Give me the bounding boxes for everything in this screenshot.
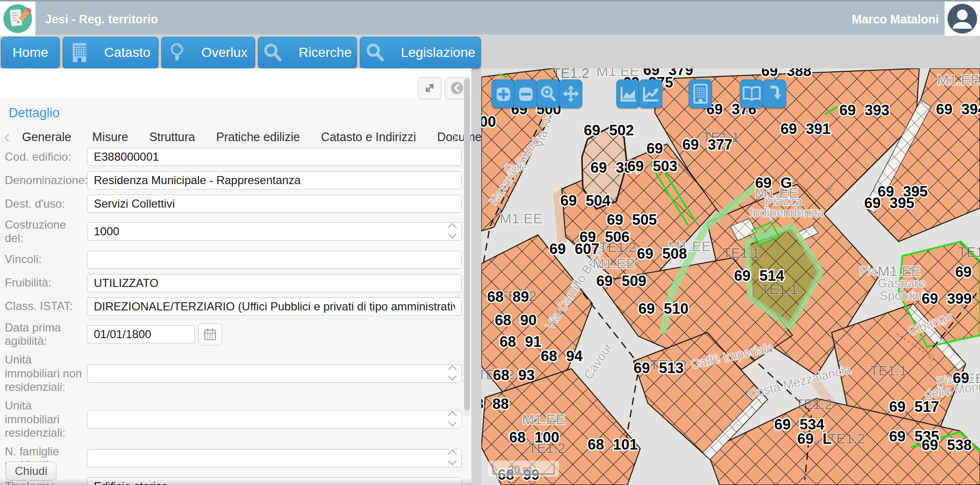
- map-tool-down-arrow-button[interactable]: [763, 79, 786, 108]
- app-logo-icon[interactable]: [0, 1, 35, 36]
- search-icon: [366, 43, 385, 63]
- streetlbl-label: Indipendenza: [749, 205, 824, 220]
- parcels-label: 69: [646, 140, 663, 157]
- detail-panel: Dettaglio ‹ › GeneraleMisureStrutturaPra…: [0, 68, 471, 485]
- nav-label: Overlux: [201, 45, 247, 60]
- close-button[interactable]: Chiudi: [6, 462, 56, 481]
- top-bar: Jesi - Reg. territorio Marco Mataloni: [0, 0, 980, 34]
- map-tool-line-chart-button[interactable]: [639, 79, 662, 108]
- field-input[interactable]: [87, 274, 462, 292]
- parcels-label: 69 607: [549, 241, 600, 257]
- parcels-label: 68 100: [509, 429, 559, 446]
- map-tool-zoom-lens-button[interactable]: [536, 79, 560, 108]
- parcels-label: 69 510: [638, 300, 689, 317]
- field-input[interactable]: [87, 364, 462, 383]
- parcels-label: 69 L: [797, 430, 832, 447]
- chevron-left-circle-icon: [450, 81, 464, 95]
- field-input[interactable]: [87, 477, 462, 485]
- map-canvas[interactable]: Via NazarNazario SauroCaffèVia Camillo B…: [481, 68, 980, 485]
- map-scalebar: 20 m: [488, 461, 559, 477]
- field-row: Cod. edificio:: [5, 148, 462, 166]
- tab-misure[interactable]: Misure: [92, 130, 128, 144]
- map-tool-book-button[interactable]: [740, 79, 763, 108]
- tab-catasto-e-indirizzi[interactable]: Catasto e Indirizzi: [321, 130, 416, 144]
- zones-label: M1.EE: [937, 72, 980, 88]
- zones-label: M1.EE: [592, 255, 635, 271]
- nav-label: Legislazione: [401, 45, 476, 60]
- nav-legislazione[interactable]: Legislazione: [360, 37, 481, 68]
- field-label: Dest. d'uso:: [5, 197, 87, 210]
- calendar-button[interactable]: [198, 323, 222, 345]
- nav-home[interactable]: Home: [1, 37, 60, 68]
- field-input[interactable]: [87, 251, 462, 269]
- map-tool-zoom-in-button[interactable]: [491, 79, 515, 108]
- field-label: Unità immobiliari non residenziali:: [5, 353, 87, 394]
- field-row: Tipologia:: [5, 477, 462, 485]
- parcels-label: 69 517: [889, 398, 939, 415]
- parcels-label: 68 93: [493, 367, 535, 384]
- map-tool-building-button[interactable]: [689, 79, 712, 108]
- nav-overlux[interactable]: Overlux: [161, 37, 255, 68]
- parcels-label: 69 502: [584, 122, 634, 139]
- user-avatar[interactable]: [945, 1, 980, 36]
- tab-struttura[interactable]: Struttura: [149, 130, 195, 144]
- field-input[interactable]: [87, 410, 462, 429]
- nav-ricerche[interactable]: Ricerche: [258, 37, 357, 68]
- panel-toolbar: [0, 68, 471, 98]
- field-input[interactable]: [87, 148, 462, 166]
- map-tool-pan-button[interactable]: [559, 79, 582, 108]
- tab-generale[interactable]: Generale: [22, 130, 71, 144]
- field-row: Denominazione:: [5, 171, 462, 189]
- nav-label: Home: [12, 45, 48, 60]
- te-label: TE1.2: [795, 397, 832, 412]
- parcels-label: 69 379: [643, 68, 693, 78]
- app-title: Jesi - Reg. territorio: [45, 1, 158, 36]
- parcels-label: 69 508: [637, 245, 687, 262]
- parcels-label: 00: [481, 113, 496, 130]
- parcels-label: 69 G: [755, 175, 792, 191]
- parcels-label: 68 89: [487, 288, 529, 305]
- parcels-label: 69 394: [936, 101, 980, 118]
- field-row: Costruzione del:: [5, 218, 462, 245]
- parcels-label: 69 505: [607, 211, 657, 228]
- te-label: TE1.2: [828, 431, 865, 446]
- app-root: Jesi - Reg. territorio Marco Mataloni Ho…: [0, 0, 980, 485]
- map-tool-area-chart-button[interactable]: [616, 79, 640, 108]
- nav-catasto[interactable]: Catasto: [63, 37, 158, 68]
- nav-label: Catasto: [104, 45, 151, 60]
- te-label: TE1.1: [870, 363, 907, 378]
- field-label: Cod. edificio:: [5, 150, 87, 164]
- expand-panel-button[interactable]: [418, 77, 442, 99]
- field-input[interactable]: [87, 449, 462, 467]
- field-input[interactable]: [87, 325, 195, 343]
- field-label: Class. ISTAT:: [5, 299, 87, 313]
- field-label: Unità immobiliari residenziali:: [5, 399, 87, 440]
- field-label: Data prima agibilità:: [5, 321, 87, 348]
- parcels-label: 68 101: [588, 436, 638, 453]
- map-tool-zoom-out-button[interactable]: [514, 79, 537, 108]
- bulb-icon: [169, 42, 185, 64]
- field-input[interactable]: [87, 222, 462, 241]
- field-row: Unità immobiliari non residenziali:: [5, 353, 462, 394]
- field-row: Class. ISTAT:: [5, 298, 462, 316]
- field-input[interactable]: [87, 195, 462, 213]
- parcels-label: 69: [953, 370, 969, 386]
- tab-pratiche-edilizie[interactable]: Pratiche edilizie: [216, 130, 300, 144]
- tabs-prev-chevron[interactable]: ‹: [4, 127, 10, 146]
- parcels-label: 69 514: [734, 267, 785, 284]
- nav-label: Ricerche: [299, 45, 351, 60]
- field-input[interactable]: [87, 298, 462, 316]
- panel-heading: Dettaglio: [9, 106, 60, 121]
- field-input[interactable]: [87, 171, 462, 189]
- user-name: Marco Mataloni: [852, 1, 939, 36]
- panel-scrollbar: [464, 77, 470, 417]
- zones-label: M1.EE: [878, 263, 921, 279]
- field-row: N. famiglie residenti:: [5, 445, 462, 472]
- parcels-label: 69 503: [627, 158, 678, 175]
- detail-tabs: ‹ › GeneraleMisureStrutturaPratiche edil…: [0, 127, 471, 146]
- expand-icon: [423, 82, 436, 94]
- parcels-label: 69 388: [761, 68, 812, 79]
- tabs-next-chevron[interactable]: ›: [452, 127, 458, 146]
- field-row: Dest. d'uso:: [5, 195, 462, 213]
- panel-scrollbar-thumb[interactable]: [464, 78, 470, 410]
